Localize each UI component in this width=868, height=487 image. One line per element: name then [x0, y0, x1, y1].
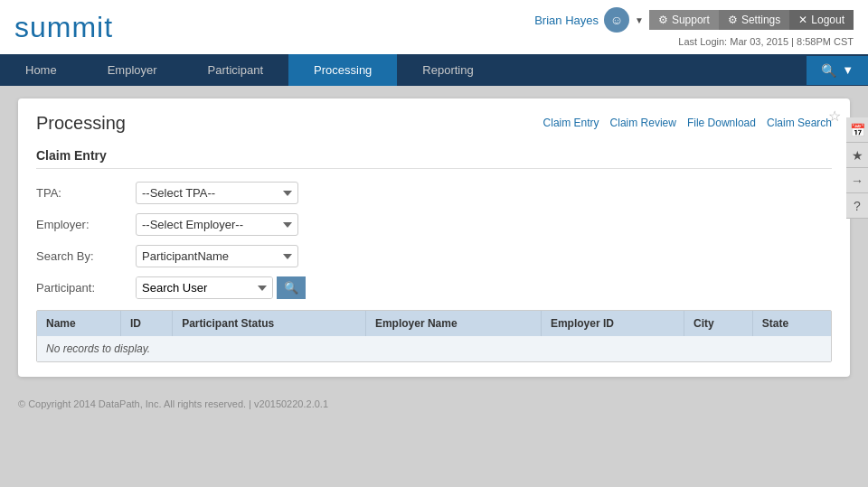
- search-icon: 🔍: [821, 63, 836, 78]
- claim-review-link[interactable]: Claim Review: [610, 117, 676, 129]
- user-area: Brian Hayes ☺ ▼ ⚙ Support ⚙ Settings ✕ L…: [534, 7, 854, 33]
- col-city: City: [684, 311, 753, 336]
- col-state: State: [752, 311, 831, 336]
- nav-item-employer[interactable]: Employer: [82, 54, 183, 86]
- settings-icon: ⚙: [728, 14, 738, 26]
- close-icon: ✕: [798, 14, 807, 26]
- search-user-select[interactable]: Search User: [137, 277, 272, 298]
- col-employer-name: Employer Name: [365, 311, 541, 336]
- search-magnify-icon: 🔍: [284, 281, 298, 295]
- footer: © Copyright 2014 DataPath, Inc. All righ…: [0, 389, 868, 418]
- table-row: No records to display.: [37, 336, 831, 361]
- avatar: ☺: [604, 7, 629, 33]
- results-table: Name ID Participant Status Employer Name…: [37, 311, 831, 361]
- search-by-label: Search By:: [36, 249, 136, 263]
- col-id: ID: [120, 311, 172, 336]
- calendar-button[interactable]: 📅: [846, 117, 868, 143]
- user-icon: ☺: [610, 13, 623, 27]
- participant-row: Participant: Search User 🔍: [36, 276, 832, 299]
- share-button[interactable]: →: [846, 168, 868, 193]
- header-actions: ⚙ Support ⚙ Settings ✕ Logout: [649, 10, 854, 30]
- col-participant-status: Participant Status: [173, 311, 366, 336]
- page-links: Claim Entry Claim Review File Download C…: [543, 117, 832, 129]
- main-card: ☆ Processing Claim Entry Claim Review Fi…: [18, 98, 850, 377]
- employer-label: Employer:: [36, 218, 136, 231]
- nav-search[interactable]: 🔍 ▼: [807, 56, 868, 85]
- tpa-select[interactable]: --Select TPA--: [136, 182, 298, 204]
- results-table-wrap: Name ID Participant Status Employer Name…: [36, 310, 832, 362]
- content-wrapper: ☆ Processing Claim Entry Claim Review Fi…: [0, 86, 868, 389]
- sidebar-right: 📅 ★ → ?: [846, 117, 868, 219]
- footer-text: © Copyright 2014 DataPath, Inc. All righ…: [18, 398, 328, 409]
- page-title: Processing: [36, 113, 126, 134]
- support-button[interactable]: ⚙ Support: [649, 10, 719, 30]
- search-by-row: Search By: ParticipantName: [36, 245, 832, 267]
- nav-item-processing[interactable]: Processing: [288, 54, 397, 86]
- nav-item-reporting[interactable]: Reporting: [397, 54, 498, 86]
- share-icon: →: [851, 173, 863, 188]
- logout-button[interactable]: ✕ Logout: [789, 10, 854, 30]
- tpa-row: TPA: --Select TPA--: [36, 182, 832, 204]
- col-employer-id: Employer ID: [541, 311, 684, 336]
- navigation: Home Employer Participant Processing Rep…: [0, 54, 868, 86]
- header: summit Brian Hayes ☺ ▼ ⚙ Support ⚙ Setti…: [0, 0, 868, 54]
- search-input-wrap: Search User: [136, 276, 273, 299]
- favorite-button[interactable]: ☆: [828, 108, 841, 125]
- search-button[interactable]: 🔍: [277, 276, 306, 299]
- col-name: Name: [37, 311, 120, 336]
- employer-select[interactable]: --Select Employer--: [136, 213, 298, 236]
- no-records-message: No records to display.: [37, 336, 831, 361]
- participant-search-row: Search User 🔍: [136, 276, 306, 299]
- nav-item-home[interactable]: Home: [0, 54, 82, 86]
- tpa-label: TPA:: [36, 186, 136, 200]
- last-login: Last Login: Mar 03, 2015 | 8:58PM CST: [678, 36, 854, 47]
- claim-entry-link[interactable]: Claim Entry: [543, 117, 599, 129]
- search-by-select[interactable]: ParticipantName: [136, 245, 298, 267]
- nav-search-caret-icon: ▼: [842, 63, 854, 77]
- title-row: Processing Claim Entry Claim Review File…: [36, 113, 832, 143]
- nav-item-participant[interactable]: Participant: [183, 54, 288, 86]
- file-download-link[interactable]: File Download: [687, 117, 756, 129]
- section-title: Claim Entry: [36, 148, 832, 169]
- employer-row: Employer: --Select Employer--: [36, 213, 832, 236]
- calendar-icon: 📅: [850, 123, 865, 137]
- table-body: No records to display.: [37, 336, 831, 361]
- star-icon: ★: [852, 148, 863, 163]
- table-header: Name ID Participant Status Employer Name…: [37, 311, 831, 336]
- help-icon: ?: [854, 199, 861, 213]
- header-right: Brian Hayes ☺ ▼ ⚙ Support ⚙ Settings ✕ L…: [534, 7, 854, 47]
- participant-label: Participant:: [36, 281, 136, 295]
- star-sidebar-button[interactable]: ★: [846, 143, 868, 168]
- settings-button[interactable]: ⚙ Settings: [719, 10, 789, 30]
- dropdown-caret-icon[interactable]: ▼: [635, 15, 644, 25]
- claim-search-link[interactable]: Claim Search: [767, 117, 832, 129]
- username: Brian Hayes: [534, 14, 599, 27]
- help-button[interactable]: ?: [846, 193, 868, 219]
- logo: summit: [14, 11, 113, 44]
- support-icon: ⚙: [658, 14, 668, 26]
